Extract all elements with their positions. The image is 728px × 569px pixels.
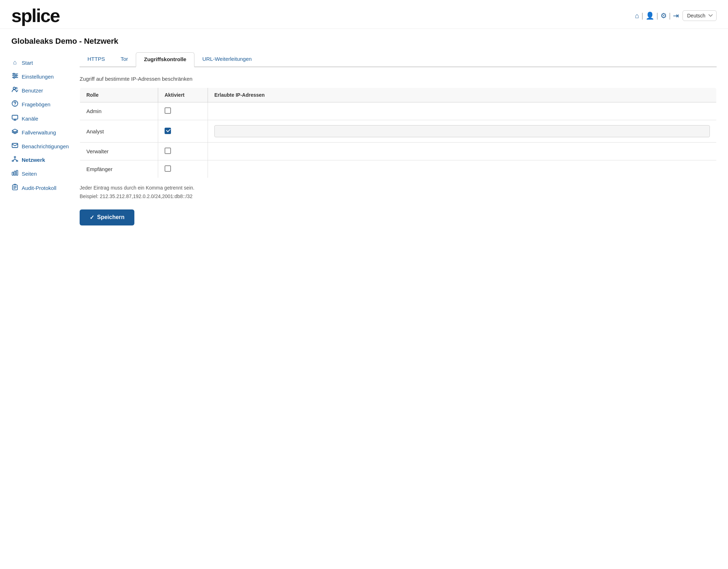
sidebar-item-label: Fallverwaltung	[22, 129, 56, 135]
ip-input-analyst[interactable]	[214, 125, 710, 137]
ip-cell-admin	[208, 102, 717, 120]
sidebar-item-benachrichtigungen[interactable]: Benachrichtigungen	[11, 139, 71, 153]
footer-note: Jeder Eintrag muss durch ein Komma getre…	[80, 184, 717, 201]
svg-line-19	[15, 159, 17, 160]
page-title-area: Globaleaks Demo - Netzwerk	[0, 29, 728, 49]
svg-rect-22	[16, 170, 18, 175]
sidebar-item-seiten[interactable]: Seiten	[11, 167, 71, 181]
main-layout: ⌂ Start Einstellungen	[0, 49, 728, 237]
table-row: Admin	[80, 102, 717, 120]
svg-line-18	[13, 159, 15, 160]
svg-point-7	[16, 87, 17, 89]
question-icon	[11, 100, 18, 108]
svg-point-1	[13, 73, 15, 75]
svg-rect-16	[16, 160, 18, 161]
col-header-ip: Erlaubte IP-Adressen	[208, 88, 717, 102]
logout-icon[interactable]: ⇥	[673, 11, 679, 20]
clipboard-icon	[11, 184, 18, 192]
sidebar-item-kanäle[interactable]: Kanäle	[11, 112, 71, 126]
checkbox-cell-admin	[158, 102, 208, 120]
checkbox-empfänger[interactable]	[165, 165, 171, 172]
sidebar-item-label: Benachrichtigungen	[22, 143, 69, 149]
user-icon[interactable]: 👤	[646, 11, 654, 20]
sidebar-item-label: Benutzer	[22, 87, 43, 94]
checkbox-admin[interactable]	[165, 107, 171, 114]
footer-note-line2: Beispiel: 212.35.212.87,192.0.2.0/24,200…	[80, 192, 717, 201]
sidebar-item-netzwerk[interactable]: Netzwerk	[11, 153, 71, 167]
svg-point-5	[14, 77, 15, 78]
ip-cell-analyst	[208, 120, 717, 143]
layers-icon	[11, 129, 18, 136]
svg-point-6	[13, 87, 15, 89]
sidebar-item-fallverwaltung[interactable]: Fallverwaltung	[11, 126, 71, 139]
sidebar-item-label: Start	[22, 60, 33, 66]
sidebar-item-label: Kanäle	[22, 116, 38, 122]
tab-url-weiterleitungen[interactable]: URL-Weiterleitungen	[194, 52, 259, 67]
svg-rect-10	[12, 115, 18, 119]
home-icon[interactable]: ⌂	[635, 12, 639, 20]
role-cell-admin: Admin	[80, 102, 158, 120]
header: splice ⌂ | 👤 | ⚙ | ⇥ Deutsch English Fra…	[0, 0, 728, 29]
home-icon: ⌂	[11, 59, 18, 66]
svg-point-3	[15, 75, 17, 76]
checkmark-icon: ✓	[90, 214, 94, 221]
ip-cell-verwalter	[208, 143, 717, 160]
ip-access-table: Rolle Aktiviert Erlaubte IP-Adressen Adm…	[80, 87, 717, 178]
tab-tor[interactable]: Tor	[113, 52, 136, 67]
role-cell-analyst: Analyst	[80, 120, 158, 143]
checkbox-analyst[interactable]	[165, 128, 171, 134]
sidebar: ⌂ Start Einstellungen	[0, 52, 71, 237]
table-row: Empfänger	[80, 160, 717, 178]
sidebar-item-audit-protokoll[interactable]: Audit-Protokoll	[11, 181, 71, 195]
chart-icon	[11, 170, 18, 177]
section-description: Zugriff auf bestimmte IP-Adressen beschr…	[80, 76, 717, 82]
users-icon	[11, 87, 18, 94]
checkbox-cell-verwalter	[158, 143, 208, 160]
settings-sliders-icon	[11, 73, 18, 80]
sidebar-item-benutzer[interactable]: Benutzer	[11, 84, 71, 97]
sidebar-item-label: Fragebögen	[22, 101, 50, 107]
sidebar-item-fragebögen[interactable]: Fragebögen	[11, 97, 71, 112]
page-title: Globaleaks Demo - Netzwerk	[11, 37, 717, 46]
svg-rect-20	[12, 172, 14, 175]
sidebar-item-label: Einstellungen	[22, 74, 54, 80]
svg-point-9	[15, 105, 15, 106]
tabs: HTTPS Tor Zugriffskontrolle URL-Weiterle…	[80, 52, 717, 67]
ip-cell-empfänger	[208, 160, 717, 178]
mail-icon	[11, 143, 18, 150]
checkbox-verwalter[interactable]	[165, 148, 171, 154]
sidebar-item-label: Seiten	[22, 171, 37, 177]
sidebar-item-label: Netzwerk	[22, 157, 45, 163]
logo: splice	[11, 6, 59, 25]
footer-note-line1: Jeder Eintrag muss durch ein Komma getre…	[80, 184, 717, 192]
role-cell-verwalter: Verwalter	[80, 143, 158, 160]
tab-https[interactable]: HTTPS	[80, 52, 113, 67]
settings-icon[interactable]: ⚙	[660, 11, 667, 20]
col-header-role: Rolle	[80, 88, 158, 102]
svg-rect-15	[12, 160, 14, 161]
save-button-label: Speichern	[97, 214, 124, 220]
tab-zugriffskontrolle[interactable]: Zugriffskontrolle	[136, 52, 194, 67]
checkbox-cell-empfänger	[158, 160, 208, 178]
network-icon	[11, 156, 18, 164]
content-area: HTTPS Tor Zugriffskontrolle URL-Weiterle…	[71, 52, 728, 237]
sidebar-item-einstellungen[interactable]: Einstellungen	[11, 69, 71, 84]
header-right: ⌂ | 👤 | ⚙ | ⇥ Deutsch English Français E…	[635, 10, 717, 21]
header-icons: ⌂ | 👤 | ⚙ | ⇥	[635, 11, 679, 20]
table-row: Verwalter	[80, 143, 717, 160]
sidebar-item-label: Audit-Protokoll	[22, 185, 57, 191]
table-row: Analyst	[80, 120, 717, 143]
checkbox-cell-analyst	[158, 120, 208, 143]
svg-rect-21	[14, 171, 16, 175]
sidebar-item-start[interactable]: ⌂ Start	[11, 56, 71, 69]
role-cell-empfänger: Empfänger	[80, 160, 158, 178]
svg-rect-14	[14, 156, 16, 158]
language-select[interactable]: Deutsch English Français Español	[682, 10, 717, 21]
save-button[interactable]: ✓ Speichern	[80, 209, 134, 225]
col-header-aktiviert: Aktiviert	[158, 88, 208, 102]
monitor-icon	[11, 115, 18, 122]
